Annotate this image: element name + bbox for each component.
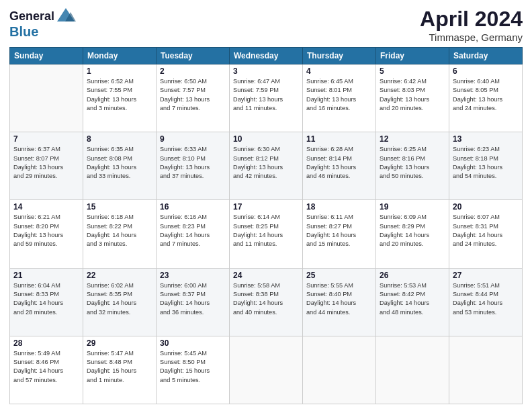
title-block: April 2024 Timmaspe, Germany [420,7,523,43]
day-number: 23 [160,271,226,280]
calendar-cell: 25Sunrise: 5:55 AMSunset: 8:40 PMDayligh… [303,268,376,336]
day-number: 8 [87,134,152,144]
calendar-cell: 3Sunrise: 6:47 AMSunset: 7:59 PMDaylight… [230,64,303,132]
day-number: 5 [380,66,445,76]
logo-text-general: General [9,10,54,24]
calendar-week-2: 14Sunrise: 6:21 AMSunset: 8:20 PMDayligh… [10,200,523,268]
day-info: Sunrise: 6:45 AMSunset: 8:01 PMDaylight:… [306,77,372,113]
logo-icon [56,7,76,27]
day-number: 3 [233,66,299,76]
day-number: 16 [160,202,226,212]
calendar-cell: 29Sunrise: 5:47 AMSunset: 8:48 PMDayligh… [83,336,157,404]
calendar-cell [10,64,83,132]
day-number: 30 [160,338,226,348]
day-number: 6 [453,66,519,76]
calendar-cell: 5Sunrise: 6:42 AMSunset: 8:03 PMDaylight… [376,64,449,132]
calendar-cell: 22Sunrise: 6:02 AMSunset: 8:35 PMDayligh… [83,268,157,336]
calendar-cell: 23Sunrise: 6:00 AMSunset: 8:37 PMDayligh… [157,268,230,336]
day-info: Sunrise: 6:11 AMSunset: 8:27 PMDaylight:… [306,213,372,248]
day-number: 14 [13,202,79,212]
day-number: 15 [87,202,152,212]
calendar-cell [449,336,523,404]
calendar-cell: 26Sunrise: 5:53 AMSunset: 8:42 PMDayligh… [376,268,449,336]
day-info: Sunrise: 6:50 AMSunset: 7:57 PMDaylight:… [160,77,226,113]
day-info: Sunrise: 5:58 AMSunset: 8:38 PMDaylight:… [233,281,299,317]
day-info: Sunrise: 6:40 AMSunset: 8:05 PMDaylight:… [453,77,519,113]
day-info: Sunrise: 6:37 AMSunset: 8:07 PMDaylight:… [13,145,79,181]
calendar-cell: 18Sunrise: 6:11 AMSunset: 8:27 PMDayligh… [303,200,376,268]
calendar-cell: 28Sunrise: 5:49 AMSunset: 8:46 PMDayligh… [10,336,83,404]
day-info: Sunrise: 5:51 AMSunset: 8:44 PMDaylight:… [453,281,519,317]
calendar-cell: 27Sunrise: 5:51 AMSunset: 8:44 PMDayligh… [449,268,523,336]
day-number: 24 [233,271,299,280]
calendar-cell [303,336,376,404]
day-info: Sunrise: 6:35 AMSunset: 8:08 PMDaylight:… [87,145,152,181]
day-info: Sunrise: 6:14 AMSunset: 8:25 PMDaylight:… [233,213,299,248]
day-info: Sunrise: 6:47 AMSunset: 7:59 PMDaylight:… [233,77,299,113]
calendar-table: SundayMondayTuesdayWednesdayThursdayFrid… [9,47,523,404]
day-number: 4 [306,66,372,76]
day-info: Sunrise: 5:45 AMSunset: 8:50 PMDaylight:… [160,349,226,385]
day-info: Sunrise: 6:42 AMSunset: 8:03 PMDaylight:… [380,77,445,113]
day-info: Sunrise: 6:28 AMSunset: 8:14 PMDaylight:… [306,145,372,181]
calendar-cell: 7Sunrise: 6:37 AMSunset: 8:07 PMDaylight… [10,132,83,200]
calendar-week-0: 1Sunrise: 6:52 AMSunset: 7:55 PMDaylight… [10,64,523,132]
calendar-cell: 2Sunrise: 6:50 AMSunset: 7:57 PMDaylight… [157,64,230,132]
day-number: 25 [306,271,372,280]
calendar-cell: 21Sunrise: 6:04 AMSunset: 8:33 PMDayligh… [10,268,83,336]
day-info: Sunrise: 6:00 AMSunset: 8:37 PMDaylight:… [160,281,226,317]
day-number: 9 [160,134,226,144]
month-title: April 2024 [420,7,523,32]
calendar-cell: 14Sunrise: 6:21 AMSunset: 8:20 PMDayligh… [10,200,83,268]
logo: General Blue [9,7,76,39]
day-info: Sunrise: 6:25 AMSunset: 8:16 PMDaylight:… [380,145,445,181]
calendar-cell [230,336,303,404]
logo-text-blue: Blue [9,24,38,39]
day-number: 2 [160,66,226,76]
calendar-cell: 11Sunrise: 6:28 AMSunset: 8:14 PMDayligh… [303,132,376,200]
day-number: 21 [13,271,79,280]
col-header-tuesday: Tuesday [157,48,230,64]
calendar-cell: 6Sunrise: 6:40 AMSunset: 8:05 PMDaylight… [449,64,523,132]
day-info: Sunrise: 6:04 AMSunset: 8:33 PMDaylight:… [13,281,79,317]
location-title: Timmaspe, Germany [420,32,523,43]
day-number: 20 [453,202,519,212]
day-info: Sunrise: 6:16 AMSunset: 8:23 PMDaylight:… [160,213,226,248]
day-number: 7 [13,134,79,144]
calendar-cell: 19Sunrise: 6:09 AMSunset: 8:29 PMDayligh… [376,200,449,268]
day-number: 10 [233,134,299,144]
calendar-cell: 16Sunrise: 6:16 AMSunset: 8:23 PMDayligh… [157,200,230,268]
day-number: 22 [87,271,152,280]
calendar-cell: 13Sunrise: 6:23 AMSunset: 8:18 PMDayligh… [449,132,523,200]
day-info: Sunrise: 5:55 AMSunset: 8:40 PMDaylight:… [306,281,372,317]
col-header-friday: Friday [376,48,449,64]
day-info: Sunrise: 6:02 AMSunset: 8:35 PMDaylight:… [87,281,152,317]
day-number: 12 [380,134,445,144]
col-header-monday: Monday [83,48,157,64]
day-info: Sunrise: 6:23 AMSunset: 8:18 PMDaylight:… [453,145,519,181]
calendar-header-row: SundayMondayTuesdayWednesdayThursdayFrid… [10,48,523,64]
day-info: Sunrise: 6:33 AMSunset: 8:10 PMDaylight:… [160,145,226,181]
col-header-wednesday: Wednesday [230,48,303,64]
calendar-cell: 4Sunrise: 6:45 AMSunset: 8:01 PMDaylight… [303,64,376,132]
calendar-cell: 20Sunrise: 6:07 AMSunset: 8:31 PMDayligh… [449,200,523,268]
day-number: 29 [87,338,152,348]
day-number: 27 [453,271,519,280]
col-header-thursday: Thursday [303,48,376,64]
calendar-cell: 12Sunrise: 6:25 AMSunset: 8:16 PMDayligh… [376,132,449,200]
calendar-cell: 8Sunrise: 6:35 AMSunset: 8:08 PMDaylight… [83,132,157,200]
page: General Blue April 2024 Timmaspe, German… [0,0,532,411]
day-number: 28 [13,338,79,348]
day-number: 13 [453,134,519,144]
day-info: Sunrise: 6:09 AMSunset: 8:29 PMDaylight:… [380,213,445,248]
col-header-saturday: Saturday [449,48,523,64]
day-info: Sunrise: 6:21 AMSunset: 8:20 PMDaylight:… [13,213,79,248]
day-info: Sunrise: 6:30 AMSunset: 8:12 PMDaylight:… [233,145,299,181]
calendar-cell [376,336,449,404]
header: General Blue April 2024 Timmaspe, German… [9,7,523,43]
day-number: 17 [233,202,299,212]
calendar-week-4: 28Sunrise: 5:49 AMSunset: 8:46 PMDayligh… [10,336,523,404]
calendar-cell: 15Sunrise: 6:18 AMSunset: 8:22 PMDayligh… [83,200,157,268]
day-info: Sunrise: 6:07 AMSunset: 8:31 PMDaylight:… [453,213,519,248]
day-info: Sunrise: 6:18 AMSunset: 8:22 PMDaylight:… [87,213,152,248]
